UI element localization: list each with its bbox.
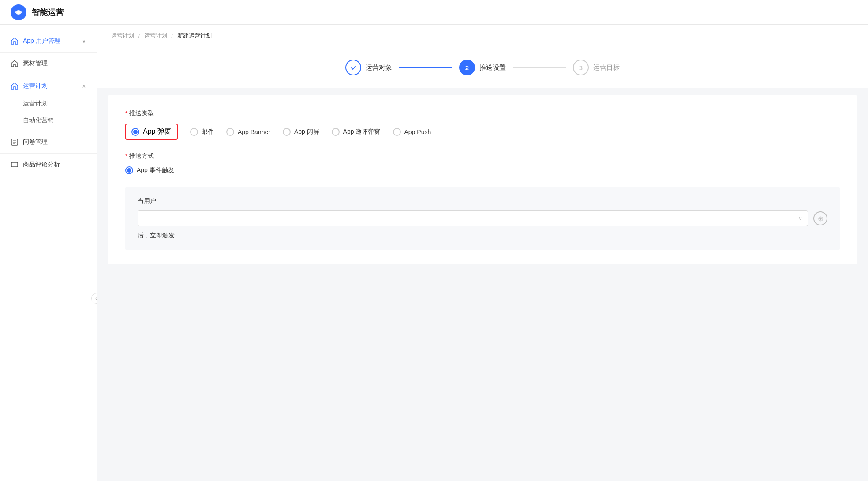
radio-outer-app-review xyxy=(332,128,340,136)
radio-email[interactable]: 邮件 xyxy=(190,128,214,136)
push-type-label: * 推送类型 xyxy=(125,109,840,117)
radio-label-app-push: App Push xyxy=(404,128,431,135)
sidebar-sub-auto-marketing[interactable]: 自动化营销 xyxy=(0,112,97,129)
push-method-radio-group: App 事件触发 xyxy=(125,166,840,174)
sidebar-item-campaign[interactable]: 运营计划 ∧ xyxy=(0,77,97,95)
sub-trigger-box: 当用户 ∨ ⊕ 后，立即触发 xyxy=(125,187,840,250)
radio-label-email: 邮件 xyxy=(202,128,214,136)
push-method-label: * 推送方式 xyxy=(125,152,840,160)
step1-circle xyxy=(345,60,361,75)
radio-label-app-event: App 事件触发 xyxy=(137,166,174,174)
required-star-push-method: * xyxy=(125,153,127,160)
breadcrumb-part1: 运营计划 xyxy=(111,32,134,39)
main-layout: App 用户管理 ∨ 素材管理 运营计划 ∧ 运营计划 自动化营销 xyxy=(0,25,868,481)
sidebar-item-label-survey: 问卷管理 xyxy=(23,138,48,146)
step2-number: 2 xyxy=(465,64,469,71)
radio-app-splash[interactable]: App 闪屏 xyxy=(283,128,319,136)
push-type-section: * 推送类型 App 弹窗 邮件 xyxy=(125,109,840,140)
form-area: * 推送类型 App 弹窗 邮件 xyxy=(108,95,857,264)
app-title: 智能运营 xyxy=(32,7,64,18)
divider-1 xyxy=(0,52,97,53)
step2-label: 推送设置 xyxy=(479,64,506,72)
add-event-button[interactable]: ⊕ xyxy=(813,211,827,225)
radio-inner-app-event xyxy=(127,168,131,173)
breadcrumb: 运营计划 / 运营计划 / 新建运营计划 xyxy=(97,25,868,47)
radio-label-app-review: App 邀评弹窗 xyxy=(343,128,381,136)
push-type-label-text: 推送类型 xyxy=(129,109,154,117)
select-row: ∨ ⊕ xyxy=(138,210,827,226)
step-1: 运营对象 xyxy=(345,60,392,75)
step1-label: 运营对象 xyxy=(366,64,392,72)
sidebar-collapse-button[interactable]: « xyxy=(91,293,97,304)
radio-outer-app-event xyxy=(125,166,133,174)
app-logo xyxy=(11,4,26,20)
radio-inner-app-popup xyxy=(133,130,138,134)
step-2: 2 推送设置 xyxy=(459,60,506,75)
breadcrumb-sep2: / xyxy=(172,32,173,39)
sub-label-campaign-plan: 运营计划 xyxy=(23,100,48,107)
radio-outer-app-push xyxy=(393,128,401,136)
sub-label-auto-marketing: 自动化营销 xyxy=(23,116,54,124)
radio-outer-app-popup xyxy=(131,128,139,136)
sidebar-item-label-app-user: App 用户管理 xyxy=(23,37,60,45)
sidebar-item-material[interactable]: 素材管理 xyxy=(0,54,97,73)
trigger-when-label: 当用户 xyxy=(138,197,827,205)
radio-label-app-splash: App 闪屏 xyxy=(294,128,319,136)
radio-outer-app-splash xyxy=(283,128,291,136)
radio-app-popup[interactable]: App 弹窗 xyxy=(125,124,178,140)
sidebar: App 用户管理 ∨ 素材管理 运营计划 ∧ 运营计划 自动化营销 xyxy=(0,25,97,481)
divider-3 xyxy=(0,131,97,131)
sidebar-arrow-campaign: ∧ xyxy=(82,83,86,89)
checkmark-icon xyxy=(350,64,357,71)
breadcrumb-sep1: / xyxy=(138,32,140,39)
plus-icon: ⊕ xyxy=(818,214,823,223)
home-icon-material xyxy=(11,60,19,68)
radio-app-review[interactable]: App 邀评弹窗 xyxy=(332,128,381,136)
step-3: 3 运营目标 xyxy=(573,60,620,75)
step3-circle: 3 xyxy=(573,60,589,75)
trigger-suffix-text: 后，立即触发 xyxy=(138,232,827,240)
chevron-down-icon: ∨ xyxy=(798,215,802,222)
svg-rect-3 xyxy=(11,162,18,167)
radio-label-app-banner: App Banner xyxy=(238,128,270,135)
radio-outer-email xyxy=(190,128,198,136)
sidebar-item-survey[interactable]: 问卷管理 xyxy=(0,133,97,151)
sidebar-item-review[interactable]: 商品评论分析 xyxy=(0,155,97,174)
push-method-label-text: 推送方式 xyxy=(129,152,154,160)
radio-app-push[interactable]: App Push xyxy=(393,128,431,136)
event-select-input[interactable]: ∨ xyxy=(138,210,808,226)
sidebar-item-label-material: 素材管理 xyxy=(23,60,48,68)
divider-2 xyxy=(0,75,97,75)
radio-label-app-popup: App 弹窗 xyxy=(143,127,172,136)
sidebar-arrow-app-user: ∨ xyxy=(82,38,86,44)
breadcrumb-current: 新建运营计划 xyxy=(177,32,212,39)
sidebar-item-app-user[interactable]: App 用户管理 ∨ xyxy=(0,32,97,50)
divider-4 xyxy=(0,153,97,154)
step-line-1 xyxy=(399,67,452,68)
home-icon-campaign xyxy=(11,82,19,90)
push-method-section: * 推送方式 App 事件触发 xyxy=(125,152,840,174)
radio-outer-app-banner xyxy=(226,128,234,136)
header: 智能运营 xyxy=(0,0,868,25)
required-star-push-type: * xyxy=(125,110,127,117)
steps-bar: 运营对象 2 推送设置 3 运营目标 xyxy=(97,47,868,88)
home-icon xyxy=(11,37,19,45)
radio-app-event[interactable]: App 事件触发 xyxy=(125,166,174,174)
sidebar-sub-campaign-plan[interactable]: 运营计划 xyxy=(0,95,97,112)
step3-number: 3 xyxy=(579,64,583,71)
box-icon-review xyxy=(11,161,19,169)
step-line-2 xyxy=(513,67,566,68)
step3-label: 运营目标 xyxy=(593,64,620,72)
push-type-radio-group: App 弹窗 邮件 App Banner Ap xyxy=(125,124,840,140)
collapse-icon: « xyxy=(95,296,97,301)
content-area: 运营计划 / 运营计划 / 新建运营计划 运营对象 2 xyxy=(97,25,868,481)
step2-circle: 2 xyxy=(459,60,475,75)
svg-point-1 xyxy=(17,11,20,14)
radio-app-banner[interactable]: App Banner xyxy=(226,128,270,136)
box-icon-survey xyxy=(11,138,19,146)
sidebar-item-label-campaign: 运营计划 xyxy=(23,82,48,90)
breadcrumb-part2: 运营计划 xyxy=(144,32,167,39)
sidebar-item-label-review: 商品评论分析 xyxy=(23,161,60,169)
